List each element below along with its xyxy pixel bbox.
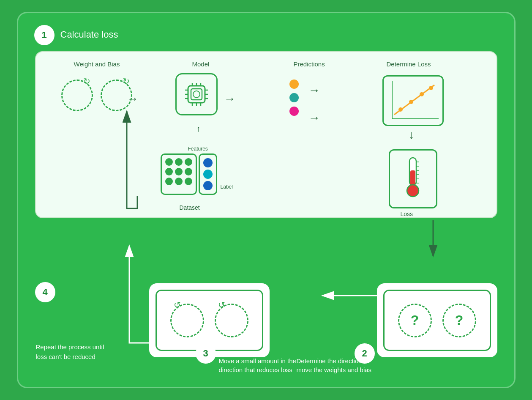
- svg-point-19: [409, 100, 413, 104]
- arrow-weight-to-model: →: [127, 92, 139, 106]
- dataset-labels-col: [199, 153, 217, 195]
- features-label: Features: [188, 146, 208, 152]
- step4-badge: 4: [35, 282, 55, 302]
- dataset-dot-1: [165, 158, 173, 166]
- loss-label: Loss: [401, 211, 413, 217]
- dataset-grid: [161, 153, 197, 195]
- arrow-pred-to-det-lower: →: [308, 111, 320, 125]
- pred-dot-yellow: [289, 79, 299, 89]
- svg-rect-23: [410, 170, 415, 185]
- dataset-box: [161, 153, 217, 195]
- step3-inner: ↺ ↺: [156, 290, 263, 351]
- dataset-dot-9: [185, 178, 192, 185]
- step3-badge: 3: [196, 343, 216, 364]
- dataset-dot-8: [175, 178, 183, 185]
- dataset-dot-3: [185, 158, 192, 166]
- label-text: Label: [221, 184, 233, 190]
- arrow-pred-to-det-upper: →: [308, 84, 320, 97]
- update-arrow-bl-icon: ↺: [218, 300, 225, 310]
- dataset-dot-5: [175, 168, 183, 175]
- arrow-model-to-pred: →: [224, 92, 236, 106]
- svg-rect-1: [191, 89, 202, 100]
- dataset-dot-6: [185, 168, 192, 175]
- dataset-dot-4: [165, 168, 173, 175]
- model-col-label: Model: [192, 60, 210, 68]
- weight-question-circle: ?: [398, 304, 432, 337]
- step3-label: Move a small amount in the direction tha…: [219, 356, 297, 374]
- svg-point-20: [420, 92, 424, 96]
- step4-label: Repeat the process until loss can't be r…: [36, 342, 108, 362]
- bias-update-circle: ↺: [215, 304, 248, 337]
- model-box: [175, 73, 218, 115]
- arrow-det-to-loss: ↓: [409, 128, 415, 142]
- chip-icon: [182, 79, 211, 109]
- prediction-dots: [289, 79, 299, 116]
- label-dot-blue: [203, 158, 213, 167]
- svg-point-14: [193, 91, 200, 98]
- step2-box: ? ?: [377, 283, 497, 357]
- weight-bias-circles: ↻ ↻: [61, 79, 132, 111]
- dataset-dot-2: [175, 158, 183, 166]
- dataset-label: Dataset: [180, 204, 200, 211]
- pred-dot-teal: [289, 93, 299, 102]
- weight-circle: ↻: [61, 79, 93, 111]
- update-arrow-tl-icon: ↺: [174, 300, 181, 310]
- svg-point-24: [407, 185, 419, 197]
- thermometer-svg: [400, 153, 426, 204]
- main-card: 1 Calculate loss Weight and Bias Model P…: [17, 12, 516, 388]
- top-diagram-card: Weight and Bias Model Predictions Determ…: [35, 51, 497, 218]
- bias-question-circle: ?: [442, 304, 476, 337]
- label-dot-dark-blue: [203, 181, 213, 190]
- loss-chart-svg: [384, 77, 444, 126]
- weight-bias-col-label: Weight and Bias: [74, 60, 120, 68]
- loss-thermometer: [389, 149, 437, 208]
- step1-label: Calculate loss: [60, 29, 118, 40]
- pred-dot-pink: [289, 107, 299, 116]
- weight-arrow-icon: ↻: [83, 76, 90, 86]
- dataset-dot-7: [165, 178, 173, 185]
- step2-label: Determine the direction to move the weig…: [297, 356, 381, 374]
- arrow-dataset-to-model: ↑: [196, 124, 201, 134]
- determine-loss-chart: [382, 75, 444, 126]
- weight-update-circle: ↺: [170, 304, 204, 337]
- step2-inner: ? ?: [383, 290, 491, 351]
- step1-badge: 1: [34, 25, 55, 45]
- svg-point-21: [429, 86, 433, 90]
- predictions-col-label: Predictions: [294, 60, 325, 68]
- bias-arrow-icon: ↻: [123, 76, 130, 86]
- determine-loss-col-label: Determine Loss: [387, 60, 431, 68]
- label-dot-teal: [203, 170, 213, 179]
- svg-point-18: [398, 107, 403, 112]
